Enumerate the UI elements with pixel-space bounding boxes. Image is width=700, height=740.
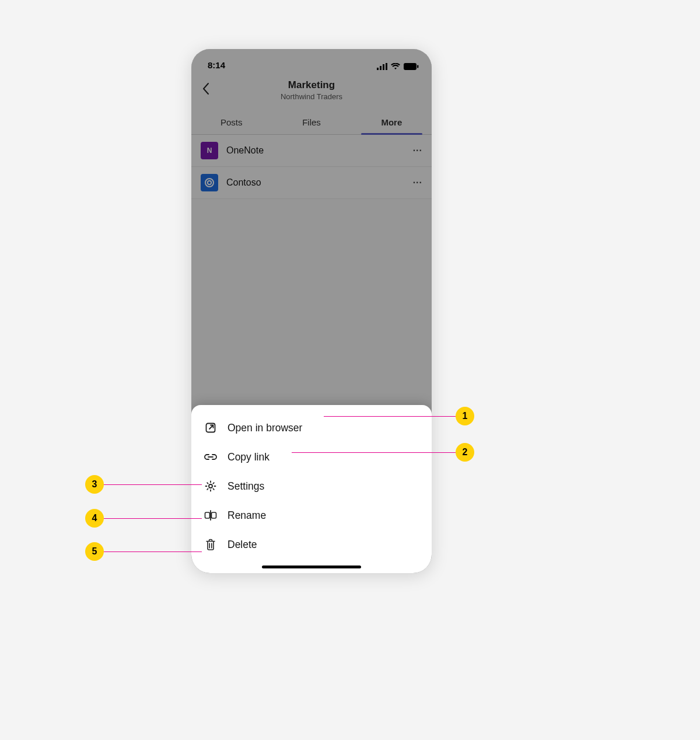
action-delete[interactable]: Delete (191, 530, 432, 559)
more-button[interactable]: ··· (413, 177, 422, 188)
more-button[interactable]: ··· (413, 145, 422, 156)
status-bar: 8:14 (191, 49, 432, 71)
svg-rect-0 (377, 68, 379, 70)
list-item-label: Contoso (226, 177, 405, 188)
back-button[interactable] (200, 82, 214, 96)
header: Marketing Northwind Traders (191, 71, 432, 106)
svg-rect-3 (386, 63, 387, 70)
callout-2: 2 (456, 443, 474, 462)
tab-files[interactable]: Files (271, 111, 351, 134)
cellular-icon (377, 63, 387, 70)
page-title: Marketing (191, 79, 432, 91)
svg-rect-11 (212, 512, 216, 518)
list-item-label: OneNote (226, 145, 405, 156)
action-rename[interactable]: Rename (191, 501, 432, 530)
action-sheet: Open in browser Copy link Settings Renam… (191, 405, 432, 573)
svg-point-9 (209, 484, 212, 488)
svg-rect-5 (417, 65, 418, 68)
status-icons (377, 63, 419, 70)
action-label: Rename (228, 509, 266, 522)
gear-icon (204, 480, 217, 493)
onenote-icon: N (201, 142, 218, 159)
svg-rect-10 (205, 512, 210, 518)
tab-posts[interactable]: Posts (191, 111, 271, 134)
action-label: Delete (228, 539, 257, 551)
action-label: Settings (228, 480, 264, 493)
action-settings[interactable]: Settings (191, 472, 432, 501)
tab-more[interactable]: More (352, 111, 432, 134)
page-subtitle: Northwind Traders (191, 92, 432, 101)
trash-icon (204, 538, 217, 551)
home-indicator (262, 566, 361, 568)
action-label: Open in browser (228, 422, 302, 434)
action-open-in-browser[interactable]: Open in browser (191, 413, 432, 442)
svg-point-7 (208, 181, 211, 184)
svg-rect-4 (404, 63, 416, 70)
tab-bar: Posts Files More (191, 111, 432, 135)
contoso-icon (201, 174, 218, 191)
svg-rect-1 (380, 66, 382, 70)
action-copy-link[interactable]: Copy link (191, 442, 432, 472)
svg-rect-2 (383, 64, 384, 70)
wifi-icon (391, 63, 400, 70)
phone-frame: 8:14 Marketing Northwind Traders Posts F… (191, 49, 432, 573)
rename-icon (204, 509, 217, 522)
battery-icon (404, 63, 419, 70)
callout-3: 3 (85, 475, 104, 494)
action-label: Copy link (228, 451, 270, 463)
open-external-icon (204, 421, 217, 434)
list-item[interactable]: Contoso ··· (191, 167, 432, 199)
chevron-left-icon (202, 82, 211, 96)
callout-1: 1 (456, 407, 474, 425)
callout-4: 4 (85, 509, 104, 528)
app-list: N OneNote ··· Contoso ··· (191, 135, 432, 199)
svg-point-6 (205, 179, 214, 187)
list-item[interactable]: N OneNote ··· (191, 135, 432, 167)
status-time: 8:14 (208, 60, 225, 70)
link-icon (204, 451, 217, 463)
callout-5: 5 (85, 542, 104, 561)
